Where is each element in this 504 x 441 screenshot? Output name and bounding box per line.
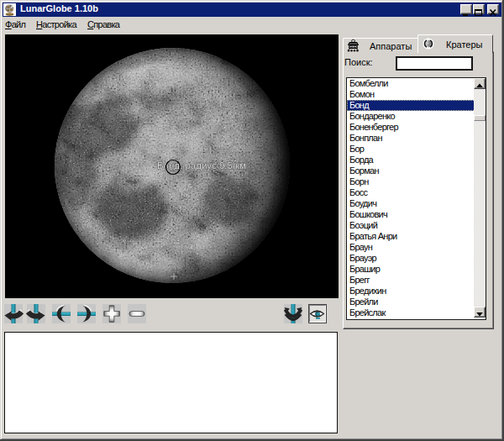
- svg-text:Бонд, радиус 9,5 км: Бонд, радиус 9,5 км: [157, 160, 246, 171]
